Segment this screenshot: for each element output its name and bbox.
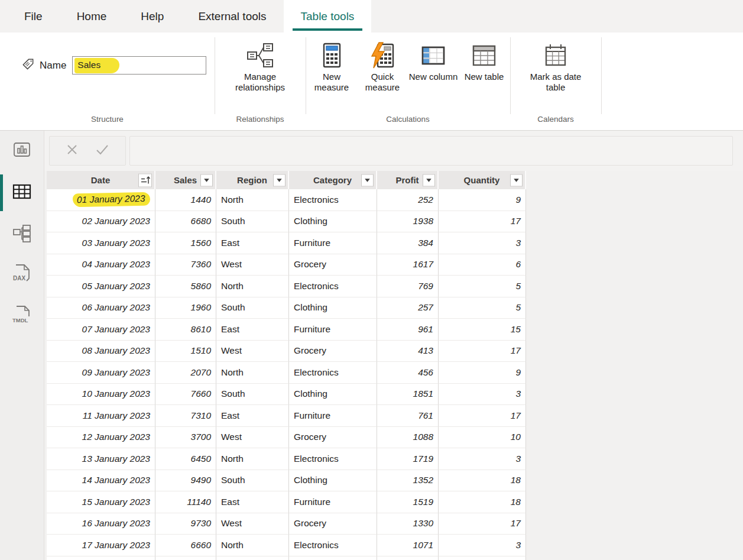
grid-cell-date[interactable]: 02 January 2023 — [47, 211, 155, 233]
grid-cell-profit[interactable]: 413 — [377, 341, 439, 362]
new-column-button[interactable]: New column — [408, 37, 458, 82]
grid-cell-date[interactable]: 11 January 2023 — [47, 405, 155, 427]
new-table-button[interactable]: New table — [459, 37, 509, 82]
grid-cell-sales[interactable]: 9730 — [155, 513, 216, 535]
grid-cell-quantity[interactable]: 6 — [439, 254, 526, 276]
grid-cell-quantity[interactable]: 3 — [439, 232, 526, 254]
grid-cell-date[interactable]: 08 January 2023 — [47, 341, 155, 362]
sidebar-item-dax-query-view[interactable]: DAX — [0, 255, 44, 296]
column-header-profit[interactable]: Profit — [377, 171, 439, 189]
grid-cell-category[interactable]: Furniture — [289, 405, 377, 427]
grid-cell-category[interactable]: Clothing — [289, 211, 377, 233]
grid-cell-category[interactable]: Clothing — [289, 470, 377, 492]
grid-cell-date[interactable]: 10 January 2023 — [47, 384, 155, 406]
grid-cell-region[interactable]: West — [216, 254, 289, 276]
grid-cell-quantity[interactable]: 3 — [439, 535, 526, 556]
grid-cell-region[interactable]: South — [216, 297, 289, 319]
grid-cell-region[interactable]: East — [216, 491, 289, 513]
grid-cell-profit[interactable]: 384 — [377, 232, 439, 254]
grid-cell-quantity[interactable]: 18 — [439, 470, 526, 492]
grid-cell-profit[interactable]: 1617 — [377, 254, 439, 276]
grid-cell-sales[interactable]: 6680 — [155, 211, 216, 233]
filter-dropdown-icon[interactable] — [361, 174, 374, 186]
grid-cell-quantity[interactable]: 17 — [439, 513, 526, 535]
grid-cell-date[interactable]: 13 January 2023 — [47, 448, 155, 470]
grid-cell-category[interactable]: Electronics — [289, 448, 377, 470]
sidebar-item-model-view[interactable] — [0, 213, 44, 255]
grid-cell-profit[interactable]: 1519 — [377, 491, 439, 513]
sidebar-item-tmdl-view[interactable]: TMDL — [0, 296, 44, 338]
grid-cell-profit[interactable]: 1352 — [377, 470, 439, 492]
grid-cell-region[interactable]: West — [216, 427, 289, 449]
grid-cell-date[interactable]: 06 January 2023 — [47, 297, 155, 319]
grid-cell-profit[interactable]: 252 — [377, 189, 439, 211]
commit-check-icon[interactable] — [95, 143, 110, 159]
grid-cell-quantity[interactable]: 17 — [439, 211, 526, 233]
grid-cell-date[interactable]: 12 January 2023 — [47, 427, 155, 449]
grid-cell-quantity[interactable]: 18 — [439, 491, 526, 513]
grid-cell-sales[interactable]: 3700 — [155, 427, 216, 449]
column-header-region[interactable]: Region — [216, 171, 289, 189]
column-header-category[interactable]: Category — [289, 171, 377, 189]
grid-cell-region[interactable]: North — [216, 448, 289, 470]
sort-ascending-icon[interactable] — [138, 173, 152, 187]
grid-cell-date[interactable]: 05 January 2023 — [47, 276, 155, 297]
grid-cell-region[interactable]: South — [216, 384, 289, 406]
grid-cell-quantity[interactable]: 9 — [439, 189, 526, 211]
grid-cell-category[interactable]: Electronics — [289, 189, 377, 211]
grid-cell-region[interactable]: West — [216, 513, 289, 535]
grid-cell-quantity[interactable]: 17 — [439, 405, 526, 427]
grid-cell-category[interactable]: Furniture — [289, 319, 377, 341]
cancel-x-icon[interactable] — [65, 143, 79, 159]
grid-cell-category[interactable]: Electronics — [289, 535, 377, 556]
grid-cell-sales[interactable]: 7310 — [155, 405, 216, 427]
grid-cell-quantity[interactable]: 5 — [439, 276, 526, 297]
grid-cell-region[interactable]: North — [216, 189, 289, 211]
grid-cell-sales[interactable]: 6450 — [155, 448, 216, 470]
grid-cell-quantity[interactable]: 3 — [439, 384, 526, 406]
grid-cell-profit[interactable]: 1071 — [377, 535, 439, 556]
manage-relationships-button[interactable]: Manage relationships — [224, 37, 296, 93]
column-header-date[interactable]: Date — [47, 171, 155, 189]
grid-cell-region[interactable]: East — [216, 319, 289, 341]
grid-cell-sales[interactable]: 7660 — [155, 384, 216, 406]
grid-cell-sales[interactable]: 1960 — [155, 297, 216, 319]
tab-home[interactable]: Home — [60, 0, 124, 33]
grid-cell-region[interactable]: North — [216, 362, 289, 384]
filter-dropdown-icon[interactable] — [200, 174, 213, 186]
grid-cell-sales[interactable]: 7360 — [155, 254, 216, 276]
grid-cell-sales[interactable]: 11140 — [155, 491, 216, 513]
grid-cell-category[interactable]: Furniture — [289, 232, 377, 254]
grid-cell-region[interactable]: South — [216, 211, 289, 233]
grid-cell-profit[interactable]: 257 — [377, 297, 439, 319]
grid-cell-category[interactable]: Grocery — [289, 427, 377, 449]
filter-dropdown-icon[interactable] — [273, 174, 285, 186]
filter-dropdown-icon[interactable] — [510, 174, 523, 186]
column-header-sales[interactable]: Sales — [155, 171, 216, 189]
grid-cell-region[interactable]: North — [216, 535, 289, 556]
grid-cell-profit[interactable]: 456 — [377, 362, 439, 384]
grid-cell-profit[interactable]: 1719 — [377, 448, 439, 470]
grid-cell-category[interactable]: Grocery — [289, 341, 377, 362]
grid-cell-profit[interactable]: 1938 — [377, 211, 439, 233]
grid-cell-region[interactable]: East — [216, 405, 289, 427]
new-measure-button[interactable]: New measure — [307, 37, 356, 93]
grid-cell-date[interactable]: 07 January 2023 — [47, 319, 155, 341]
grid-cell-category[interactable]: Grocery — [289, 513, 377, 535]
grid-cell-category[interactable]: Clothing — [289, 297, 377, 319]
grid-cell-profit[interactable]: 769 — [377, 276, 439, 297]
grid-cell-sales[interactable]: 1560 — [155, 232, 216, 254]
grid-cell-category[interactable]: Electronics — [289, 362, 377, 384]
grid-cell-sales[interactable]: 2070 — [155, 362, 216, 384]
formula-input[interactable] — [129, 136, 733, 166]
grid-cell-date[interactable]: 15 January 2023 — [47, 491, 155, 513]
grid-cell-sales[interactable]: 9490 — [155, 470, 216, 492]
sidebar-item-table-view[interactable] — [0, 172, 44, 213]
mark-as-date-table-button[interactable]: Mark as date table — [520, 37, 592, 93]
grid-cell-profit[interactable]: 761 — [377, 405, 439, 427]
grid-cell-sales[interactable]: 6660 — [155, 535, 216, 556]
grid-cell-date[interactable]: 14 January 2023 — [47, 470, 155, 492]
grid-cell-category[interactable]: Grocery — [289, 254, 377, 276]
grid-cell-profit[interactable]: 1330 — [377, 513, 439, 535]
grid-cell-region[interactable]: East — [216, 232, 289, 254]
